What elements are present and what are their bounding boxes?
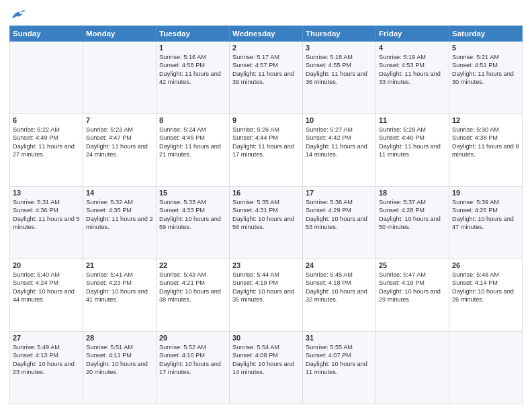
- day-number: 27: [13, 334, 80, 342]
- calendar-cell: 28Sunrise: 5:51 AMSunset: 4:11 PMDayligh…: [83, 332, 157, 404]
- weekday-header: Friday: [376, 26, 449, 42]
- calendar-cell: 16Sunrise: 5:35 AMSunset: 4:31 PMDayligh…: [230, 187, 303, 259]
- cell-info: Sunrise: 5:32 AMSunset: 4:35 PMDaylight:…: [86, 199, 153, 230]
- cell-info: Sunrise: 5:49 AMSunset: 4:13 PMDaylight:…: [13, 344, 75, 375]
- calendar-cell: [449, 332, 523, 404]
- day-number: 8: [159, 116, 226, 124]
- cell-info: Sunrise: 5:44 AMSunset: 4:19 PMDaylight:…: [232, 271, 294, 303]
- calendar-cell: 11Sunrise: 5:28 AMSunset: 4:40 PMDayligh…: [376, 114, 449, 187]
- day-number: 13: [13, 189, 80, 197]
- day-number: 26: [452, 261, 519, 269]
- cell-info: Sunrise: 5:30 AMSunset: 4:38 PMDaylight:…: [452, 126, 519, 158]
- cell-info: Sunrise: 5:31 AMSunset: 4:36 PMDaylight:…: [13, 199, 80, 230]
- cell-info: Sunrise: 5:41 AMSunset: 4:23 PMDaylight:…: [86, 271, 148, 303]
- day-number: 25: [379, 261, 446, 269]
- day-number: 4: [379, 44, 446, 52]
- day-number: 7: [86, 116, 153, 124]
- calendar-cell: 26Sunrise: 5:48 AMSunset: 4:14 PMDayligh…: [449, 259, 523, 332]
- day-number: 22: [159, 261, 226, 269]
- calendar-header-row: SundayMondayTuesdayWednesdayThursdayFrid…: [10, 26, 523, 42]
- cell-info: Sunrise: 5:28 AMSunset: 4:40 PMDaylight:…: [379, 126, 441, 158]
- day-number: 11: [379, 116, 446, 124]
- calendar-cell: 8Sunrise: 5:24 AMSunset: 4:45 PMDaylight…: [157, 114, 230, 187]
- day-number: 16: [232, 189, 300, 197]
- day-number: 24: [306, 261, 373, 269]
- header: [9, 8, 523, 20]
- day-number: 6: [13, 116, 80, 124]
- cell-info: Sunrise: 5:54 AMSunset: 4:08 PMDaylight:…: [232, 344, 294, 375]
- day-number: 18: [379, 189, 446, 197]
- calendar-cell: [10, 42, 83, 114]
- calendar-cell: 3Sunrise: 5:18 AMSunset: 4:55 PMDaylight…: [303, 42, 376, 114]
- day-number: 23: [232, 261, 300, 269]
- cell-info: Sunrise: 5:27 AMSunset: 4:42 PMDaylight:…: [306, 126, 367, 158]
- cell-info: Sunrise: 5:33 AMSunset: 4:33 PMDaylight:…: [159, 199, 221, 230]
- cell-info: Sunrise: 5:24 AMSunset: 4:45 PMDaylight:…: [159, 126, 221, 158]
- cell-info: Sunrise: 5:18 AMSunset: 4:55 PMDaylight:…: [306, 54, 367, 85]
- calendar-cell: 25Sunrise: 5:47 AMSunset: 4:16 PMDayligh…: [376, 259, 449, 332]
- calendar-cell: 6Sunrise: 5:22 AMSunset: 4:49 PMDaylight…: [10, 114, 83, 187]
- weekday-header: Monday: [83, 26, 157, 42]
- day-number: 29: [159, 334, 226, 342]
- day-number: 14: [86, 189, 153, 197]
- calendar-week-row: 20Sunrise: 5:40 AMSunset: 4:24 PMDayligh…: [10, 259, 523, 332]
- calendar-week-row: 27Sunrise: 5:49 AMSunset: 4:13 PMDayligh…: [10, 332, 523, 404]
- weekday-header: Wednesday: [230, 26, 303, 42]
- day-number: 17: [306, 189, 373, 197]
- calendar-cell: 1Sunrise: 5:16 AMSunset: 4:58 PMDaylight…: [157, 42, 230, 114]
- calendar-cell: [83, 42, 157, 114]
- cell-info: Sunrise: 5:39 AMSunset: 4:26 PMDaylight:…: [452, 199, 514, 230]
- day-number: 5: [452, 44, 519, 52]
- calendar-cell: 17Sunrise: 5:36 AMSunset: 4:29 PMDayligh…: [303, 187, 376, 259]
- cell-info: Sunrise: 5:36 AMSunset: 4:29 PMDaylight:…: [306, 199, 367, 230]
- calendar-cell: 31Sunrise: 5:55 AMSunset: 4:07 PMDayligh…: [303, 332, 376, 404]
- day-number: 2: [232, 44, 300, 52]
- cell-info: Sunrise: 5:17 AMSunset: 4:57 PMDaylight:…: [232, 54, 294, 85]
- cell-info: Sunrise: 5:51 AMSunset: 4:11 PMDaylight:…: [86, 344, 148, 375]
- weekday-header: Sunday: [10, 26, 83, 42]
- calendar-cell: 27Sunrise: 5:49 AMSunset: 4:13 PMDayligh…: [10, 332, 83, 404]
- calendar-cell: 7Sunrise: 5:23 AMSunset: 4:47 PMDaylight…: [83, 114, 157, 187]
- logo: [9, 8, 26, 20]
- cell-info: Sunrise: 5:22 AMSunset: 4:49 PMDaylight:…: [13, 126, 75, 158]
- day-number: 3: [306, 44, 373, 52]
- calendar-cell: 30Sunrise: 5:54 AMSunset: 4:08 PMDayligh…: [230, 332, 303, 404]
- calendar-cell: 29Sunrise: 5:52 AMSunset: 4:10 PMDayligh…: [157, 332, 230, 404]
- calendar-cell: [376, 332, 449, 404]
- calendar-week-row: 13Sunrise: 5:31 AMSunset: 4:36 PMDayligh…: [10, 187, 523, 259]
- calendar-cell: 20Sunrise: 5:40 AMSunset: 4:24 PMDayligh…: [10, 259, 83, 332]
- cell-info: Sunrise: 5:43 AMSunset: 4:21 PMDaylight:…: [159, 271, 221, 303]
- calendar-cell: 24Sunrise: 5:45 AMSunset: 4:18 PMDayligh…: [303, 259, 376, 332]
- calendar-cell: 4Sunrise: 5:19 AMSunset: 4:53 PMDaylight…: [376, 42, 449, 114]
- day-number: 21: [86, 261, 153, 269]
- calendar-cell: 14Sunrise: 5:32 AMSunset: 4:35 PMDayligh…: [83, 187, 157, 259]
- cell-info: Sunrise: 5:26 AMSunset: 4:44 PMDaylight:…: [232, 126, 294, 158]
- calendar-cell: 22Sunrise: 5:43 AMSunset: 4:21 PMDayligh…: [157, 259, 230, 332]
- cell-info: Sunrise: 5:37 AMSunset: 4:28 PMDaylight:…: [379, 199, 441, 230]
- page: SundayMondayTuesdayWednesdayThursdayFrid…: [0, 0, 532, 411]
- calendar-cell: 23Sunrise: 5:44 AMSunset: 4:19 PMDayligh…: [230, 259, 303, 332]
- calendar-cell: 15Sunrise: 5:33 AMSunset: 4:33 PMDayligh…: [157, 187, 230, 259]
- calendar-cell: 12Sunrise: 5:30 AMSunset: 4:38 PMDayligh…: [449, 114, 523, 187]
- cell-info: Sunrise: 5:21 AMSunset: 4:51 PMDaylight:…: [452, 54, 514, 85]
- calendar-cell: 21Sunrise: 5:41 AMSunset: 4:23 PMDayligh…: [83, 259, 157, 332]
- calendar: SundayMondayTuesdayWednesdayThursdayFrid…: [9, 26, 523, 404]
- day-number: 31: [306, 334, 373, 342]
- cell-info: Sunrise: 5:23 AMSunset: 4:47 PMDaylight:…: [86, 126, 148, 158]
- calendar-cell: 5Sunrise: 5:21 AMSunset: 4:51 PMDaylight…: [449, 42, 523, 114]
- day-number: 15: [159, 189, 226, 197]
- calendar-week-row: 1Sunrise: 5:16 AMSunset: 4:58 PMDaylight…: [10, 42, 523, 114]
- cell-info: Sunrise: 5:40 AMSunset: 4:24 PMDaylight:…: [13, 271, 75, 303]
- day-number: 10: [306, 116, 373, 124]
- cell-info: Sunrise: 5:35 AMSunset: 4:31 PMDaylight:…: [232, 199, 294, 230]
- calendar-week-row: 6Sunrise: 5:22 AMSunset: 4:49 PMDaylight…: [10, 114, 523, 187]
- calendar-cell: 2Sunrise: 5:17 AMSunset: 4:57 PMDaylight…: [230, 42, 303, 114]
- cell-info: Sunrise: 5:16 AMSunset: 4:58 PMDaylight:…: [159, 54, 221, 85]
- day-number: 20: [13, 261, 80, 269]
- calendar-cell: 9Sunrise: 5:26 AMSunset: 4:44 PMDaylight…: [230, 114, 303, 187]
- day-number: 12: [452, 116, 519, 124]
- weekday-header: Thursday: [303, 26, 376, 42]
- calendar-cell: 10Sunrise: 5:27 AMSunset: 4:42 PMDayligh…: [303, 114, 376, 187]
- calendar-cell: 19Sunrise: 5:39 AMSunset: 4:26 PMDayligh…: [449, 187, 523, 259]
- cell-info: Sunrise: 5:55 AMSunset: 4:07 PMDaylight:…: [306, 344, 367, 375]
